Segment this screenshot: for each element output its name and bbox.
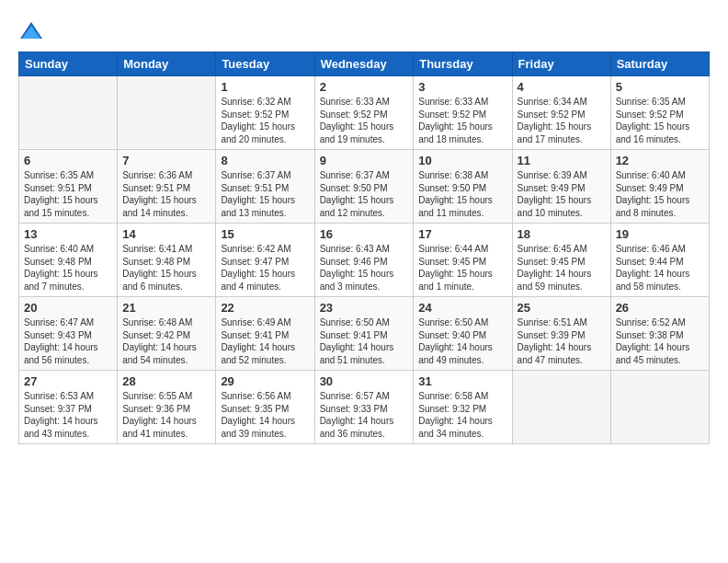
day-info: Sunrise: 6:52 AMSunset: 9:38 PMDaylight:… [616, 316, 704, 366]
day-number: 16 [320, 227, 409, 241]
day-number: 15 [221, 227, 309, 241]
day-number: 31 [418, 374, 506, 388]
day-number: 22 [221, 301, 309, 315]
calendar-cell: 2Sunrise: 6:33 AMSunset: 9:52 PMDaylight… [314, 76, 414, 150]
calendar-cell: 30Sunrise: 6:57 AMSunset: 9:33 PMDayligh… [314, 371, 414, 444]
day-number: 3 [418, 80, 506, 94]
calendar-cell [512, 371, 610, 444]
day-info: Sunrise: 6:40 AMSunset: 9:48 PMDaylight:… [24, 243, 112, 293]
day-info: Sunrise: 6:55 AMSunset: 9:36 PMDaylight:… [122, 390, 210, 440]
weekday-header-sunday: Sunday [19, 52, 118, 76]
calendar-cell: 6Sunrise: 6:35 AMSunset: 9:51 PMDaylight… [19, 150, 118, 224]
calendar-cell: 16Sunrise: 6:43 AMSunset: 9:46 PMDayligh… [314, 224, 414, 297]
calendar-cell: 28Sunrise: 6:55 AMSunset: 9:36 PMDayligh… [118, 371, 216, 444]
day-number: 12 [616, 154, 704, 167]
day-number: 8 [221, 154, 309, 167]
calendar-cell: 25Sunrise: 6:51 AMSunset: 9:39 PMDayligh… [512, 297, 610, 371]
week-row-4: 20Sunrise: 6:47 AMSunset: 9:43 PMDayligh… [19, 297, 710, 371]
day-number: 14 [122, 227, 210, 241]
week-row-5: 27Sunrise: 6:53 AMSunset: 9:37 PMDayligh… [19, 371, 710, 444]
day-info: Sunrise: 6:36 AMSunset: 9:51 PMDaylight:… [122, 169, 210, 219]
day-info: Sunrise: 6:56 AMSunset: 9:35 PMDaylight:… [221, 390, 309, 440]
calendar-cell: 18Sunrise: 6:45 AMSunset: 9:45 PMDayligh… [512, 224, 610, 297]
day-info: Sunrise: 6:44 AMSunset: 9:45 PMDaylight:… [418, 243, 506, 293]
day-info: Sunrise: 6:33 AMSunset: 9:52 PMDaylight:… [320, 96, 409, 145]
calendar-cell: 26Sunrise: 6:52 AMSunset: 9:38 PMDayligh… [610, 297, 709, 371]
week-row-3: 13Sunrise: 6:40 AMSunset: 9:48 PMDayligh… [19, 224, 710, 297]
calendar-cell: 31Sunrise: 6:58 AMSunset: 9:32 PMDayligh… [414, 371, 512, 444]
day-info: Sunrise: 6:41 AMSunset: 9:48 PMDaylight:… [122, 243, 210, 293]
day-number: 4 [518, 80, 606, 94]
weekday-header-friday: Friday [512, 52, 610, 76]
calendar-cell: 13Sunrise: 6:40 AMSunset: 9:48 PMDayligh… [19, 224, 118, 297]
day-number: 20 [24, 301, 112, 315]
calendar-cell [118, 76, 216, 150]
day-number: 11 [518, 154, 606, 167]
calendar-cell: 27Sunrise: 6:53 AMSunset: 9:37 PMDayligh… [19, 371, 118, 444]
day-info: Sunrise: 6:34 AMSunset: 9:52 PMDaylight:… [518, 96, 606, 145]
day-number: 13 [24, 227, 112, 241]
day-number: 23 [320, 301, 409, 315]
calendar-cell: 22Sunrise: 6:49 AMSunset: 9:41 PMDayligh… [216, 297, 314, 371]
calendar-cell: 7Sunrise: 6:36 AMSunset: 9:51 PMDaylight… [118, 150, 216, 224]
day-info: Sunrise: 6:49 AMSunset: 9:41 PMDaylight:… [221, 316, 309, 366]
calendar-cell: 20Sunrise: 6:47 AMSunset: 9:43 PMDayligh… [19, 297, 118, 371]
day-info: Sunrise: 6:48 AMSunset: 9:42 PMDaylight:… [122, 316, 210, 366]
day-number: 1 [221, 80, 309, 94]
day-info: Sunrise: 6:50 AMSunset: 9:40 PMDaylight:… [418, 316, 506, 366]
day-info: Sunrise: 6:47 AMSunset: 9:43 PMDaylight:… [24, 316, 112, 366]
page: SundayMondayTuesdayWednesdayThursdayFrid… [0, 0, 728, 563]
calendar-cell: 3Sunrise: 6:33 AMSunset: 9:52 PMDaylight… [414, 76, 512, 150]
logo-icon [18, 18, 44, 44]
calendar-cell: 10Sunrise: 6:38 AMSunset: 9:50 PMDayligh… [414, 150, 512, 224]
calendar-cell [19, 76, 118, 150]
header [18, 17, 710, 44]
calendar-cell: 15Sunrise: 6:42 AMSunset: 9:47 PMDayligh… [216, 224, 314, 297]
day-info: Sunrise: 6:32 AMSunset: 9:52 PMDaylight:… [221, 96, 309, 145]
day-info: Sunrise: 6:35 AMSunset: 9:51 PMDaylight:… [24, 169, 112, 219]
day-number: 19 [616, 227, 704, 241]
day-number: 10 [418, 154, 506, 167]
calendar-cell: 21Sunrise: 6:48 AMSunset: 9:42 PMDayligh… [118, 297, 216, 371]
day-info: Sunrise: 6:35 AMSunset: 9:52 PMDaylight:… [616, 96, 704, 145]
day-info: Sunrise: 6:43 AMSunset: 9:46 PMDaylight:… [320, 243, 409, 293]
day-number: 25 [518, 301, 606, 315]
day-number: 24 [418, 301, 506, 315]
calendar: SundayMondayTuesdayWednesdayThursdayFrid… [18, 52, 710, 444]
day-info: Sunrise: 6:37 AMSunset: 9:50 PMDaylight:… [320, 169, 409, 219]
day-info: Sunrise: 6:46 AMSunset: 9:44 PMDaylight:… [616, 243, 704, 293]
day-number: 21 [122, 301, 210, 315]
calendar-cell: 4Sunrise: 6:34 AMSunset: 9:52 PMDaylight… [512, 76, 610, 150]
weekday-header-tuesday: Tuesday [216, 52, 314, 76]
day-number: 5 [616, 80, 704, 94]
day-number: 7 [122, 154, 210, 167]
calendar-cell: 8Sunrise: 6:37 AMSunset: 9:51 PMDaylight… [216, 150, 314, 224]
weekday-header-thursday: Thursday [414, 52, 512, 76]
day-info: Sunrise: 6:40 AMSunset: 9:49 PMDaylight:… [616, 169, 704, 219]
day-info: Sunrise: 6:38 AMSunset: 9:50 PMDaylight:… [418, 169, 506, 219]
calendar-cell: 1Sunrise: 6:32 AMSunset: 9:52 PMDaylight… [216, 76, 314, 150]
calendar-cell: 19Sunrise: 6:46 AMSunset: 9:44 PMDayligh… [610, 224, 709, 297]
calendar-cell [610, 371, 709, 444]
week-row-2: 6Sunrise: 6:35 AMSunset: 9:51 PMDaylight… [19, 150, 710, 224]
day-info: Sunrise: 6:50 AMSunset: 9:41 PMDaylight:… [320, 316, 409, 366]
calendar-cell: 24Sunrise: 6:50 AMSunset: 9:40 PMDayligh… [414, 297, 512, 371]
day-info: Sunrise: 6:53 AMSunset: 9:37 PMDaylight:… [24, 390, 112, 440]
day-number: 28 [122, 374, 210, 388]
day-info: Sunrise: 6:57 AMSunset: 9:33 PMDaylight:… [320, 390, 409, 440]
calendar-cell: 17Sunrise: 6:44 AMSunset: 9:45 PMDayligh… [414, 224, 512, 297]
day-number: 17 [418, 227, 506, 241]
weekday-header-row: SundayMondayTuesdayWednesdayThursdayFrid… [19, 52, 710, 76]
day-info: Sunrise: 6:39 AMSunset: 9:49 PMDaylight:… [518, 169, 606, 219]
weekday-header-wednesday: Wednesday [314, 52, 414, 76]
day-number: 18 [518, 227, 606, 241]
day-number: 26 [616, 301, 704, 315]
logo [18, 17, 48, 44]
day-info: Sunrise: 6:37 AMSunset: 9:51 PMDaylight:… [221, 169, 309, 219]
day-number: 30 [320, 374, 409, 388]
day-number: 2 [320, 80, 409, 94]
day-info: Sunrise: 6:42 AMSunset: 9:47 PMDaylight:… [221, 243, 309, 293]
day-info: Sunrise: 6:51 AMSunset: 9:39 PMDaylight:… [518, 316, 606, 366]
weekday-header-saturday: Saturday [610, 52, 709, 76]
day-number: 29 [221, 374, 309, 388]
